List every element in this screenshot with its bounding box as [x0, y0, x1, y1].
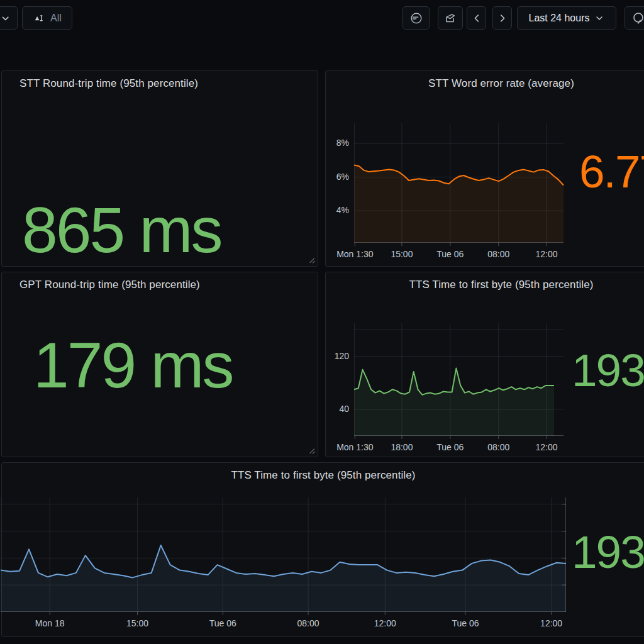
x-tick-label: 12:00 — [535, 249, 557, 259]
tts-ttfb-time-series-chart[interactable]: Mon 1:3018:00Tue 0608:0012:0012040 — [354, 323, 564, 436]
chevron-down-icon — [594, 13, 604, 23]
resize-handle-icon[interactable] — [308, 257, 315, 264]
y-axis-labels: 4%6%8% — [325, 123, 349, 243]
grafana-dashboard: All Last 24 hours — [0, 0, 644, 644]
x-tick-label: 08:00 — [487, 442, 509, 452]
x-tick-label: Mon 1:30 — [336, 442, 373, 452]
panel-title: STT Round-trip time (95th percentile) — [2, 77, 318, 90]
edit-dashboard-button[interactable] — [438, 6, 463, 30]
x-tick-label: 15:00 — [126, 618, 148, 628]
panel-gpt-round-trip[interactable]: GPT Round-trip time (95th percentile) 17… — [1, 272, 318, 457]
stat-value: 865 ms — [22, 197, 221, 264]
panel-stt-word-error-rate[interactable]: STT Word error rate (average) Mon 1:3015… — [325, 70, 644, 267]
x-tick-label: Tue 06 — [436, 442, 464, 452]
x-tick-label: Tue 06 — [436, 249, 464, 259]
toolbar: All Last 24 hours — [0, 0, 644, 35]
panel-title: STT Word error rate (average) — [326, 77, 644, 90]
variable-filter-button[interactable]: All — [22, 6, 72, 30]
y-tick-label: 4% — [336, 205, 349, 215]
x-tick-label: 15:00 — [391, 249, 413, 259]
x-tick-label: 12:00 — [374, 618, 396, 628]
panel-title: TTS Time to first byte (95th percentile) — [2, 469, 644, 482]
x-tick-label: Tue 06 — [209, 618, 236, 628]
panel-tts-ttfb-small[interactable]: TTS Time to first byte (95th percentile)… — [325, 272, 644, 457]
y-tick-label: 8% — [336, 138, 349, 148]
chevron-right-icon — [497, 13, 508, 24]
history-icon — [409, 11, 423, 25]
y-tick-label: 40 — [339, 404, 349, 414]
time-shift-back-button[interactable] — [467, 6, 486, 30]
x-tick-label: 08:00 — [297, 618, 319, 628]
y-axis-labels: 12040 — [325, 323, 349, 436]
x-tick-label: Mon 1:30 — [336, 249, 373, 259]
panel-stt-round-trip[interactable]: STT Round-trip time (95th percentile) 86… — [1, 70, 318, 267]
chevron-left-icon — [471, 13, 482, 24]
wer-time-series-chart[interactable]: Mon 1:3015:00Tue 0608:0012:004%6%8% — [354, 123, 564, 243]
x-tick-label: 18:00 — [391, 442, 413, 452]
filter-icon — [33, 12, 45, 25]
y-tick-label: 6% — [336, 172, 349, 182]
x-tick-label: Tue 06 — [452, 618, 479, 628]
zoom-out-button[interactable] — [625, 6, 644, 30]
time-range-picker[interactable]: Last 24 hours — [517, 6, 616, 30]
panel-title: TTS Time to first byte (95th percentile) — [326, 279, 644, 291]
x-tick-label: Mon 18 — [35, 618, 65, 628]
panel-title: GPT Round-trip time (95th percentile) — [2, 279, 318, 291]
chevron-down-icon — [0, 12, 11, 25]
x-tick-label: 12:00 — [540, 618, 562, 628]
variable-all-label: All — [50, 13, 62, 24]
x-tick-label: 08:00 — [487, 249, 509, 259]
x-tick-label: 12:00 — [535, 442, 557, 452]
resize-handle-icon[interactable] — [308, 447, 315, 454]
tts-ttfb-wide-time-series-chart[interactable]: Mon 1815:00Tue 0608:0012:00Tue 0612:00 — [1, 497, 566, 612]
stat-value: 6.77% — [579, 148, 644, 196]
time-range-label: Last 24 hours — [529, 13, 590, 24]
collapse-row-button[interactable] — [0, 6, 18, 30]
edit-icon — [443, 11, 457, 25]
stat-value: 179 ms — [33, 332, 233, 399]
stat-value: 193 ms — [572, 347, 644, 395]
search-icon — [631, 11, 644, 26]
y-tick-label: 120 — [335, 351, 349, 361]
stat-value: 193 ms — [572, 528, 644, 577]
panel-tts-ttfb-wide[interactable]: TTS Time to first byte (95th percentile)… — [1, 462, 644, 637]
time-shift-forward-button[interactable] — [492, 6, 512, 30]
history-button[interactable] — [402, 6, 430, 30]
